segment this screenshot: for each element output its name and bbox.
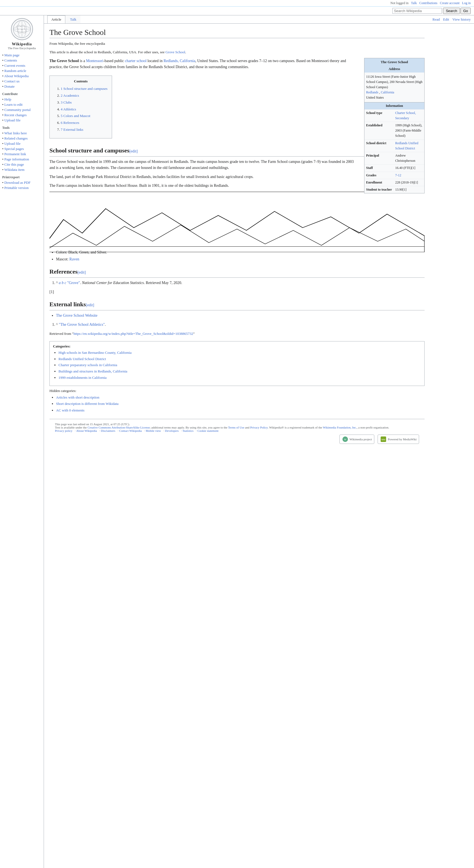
ref-b[interactable]: b — [62, 281, 64, 285]
sidebar-item: Download as PDF — [2, 181, 41, 185]
sidebar-item-link[interactable]: Contact us — [4, 79, 20, 83]
sidebar-item-link[interactable]: Related changes — [4, 136, 28, 141]
wikimedia-link[interactable]: Wikimedia Foundation, Inc. — [323, 426, 357, 429]
footer-link[interactable]: Cookie statement — [197, 429, 219, 432]
footer-link[interactable]: Developers — [165, 429, 179, 432]
ref-a[interactable]: a — [59, 281, 61, 285]
globe-icon: W — [12, 20, 32, 39]
toc-item: 2 Academics — [61, 93, 107, 99]
category-link[interactable]: 1999 establishments in California — [59, 375, 106, 380]
category-link[interactable]: Redlands Unified School District — [59, 357, 106, 361]
search-button[interactable] — [443, 8, 460, 14]
redlands-link[interactable]: Redlands, California — [163, 59, 195, 63]
view-tabs: Read Edit View history — [433, 17, 471, 23]
tab-edit[interactable]: Edit — [443, 17, 449, 22]
talk-link[interactable]: Talk — [411, 1, 417, 5]
sidebar-item-link[interactable]: About Wikipedia — [4, 74, 29, 78]
category-link[interactable]: High schools in San Bernardino County, C… — [59, 350, 131, 354]
svg-text:MW: MW — [381, 438, 386, 441]
sidebar-item-link[interactable]: Learn to edit — [4, 102, 23, 106]
infobox-state-link[interactable]: California — [381, 90, 394, 94]
tab-read[interactable]: Read — [433, 17, 440, 22]
search-input[interactable] — [392, 8, 442, 14]
retrieved-url[interactable]: https://en.wikipedia.org/w/index.php?tit… — [73, 332, 193, 336]
toc-link[interactable]: 2 Academics — [61, 93, 79, 97]
sidebar-item: What links here — [2, 131, 41, 135]
toc-link[interactable]: 5 Colors and Mascot — [61, 114, 90, 118]
ref-item-1: ^ a b c "Grove". National Center for Edu… — [56, 280, 424, 286]
ref-footnote: [1] — [50, 289, 424, 295]
sidebar-item-link[interactable]: Random article — [4, 69, 26, 73]
infobox-city-link[interactable]: Redlands — [366, 90, 378, 94]
privacy-policy-link[interactable]: Privacy Policy — [250, 426, 268, 429]
sidebar-item-link[interactable]: Printable version — [4, 186, 29, 190]
grove-school-website-link[interactable]: The Grove School Website — [56, 313, 97, 317]
sidebar-item-link[interactable]: Upload file — [4, 142, 21, 146]
footer-link[interactable]: Mobile view — [146, 429, 161, 432]
contributions-link[interactable]: Contributions — [419, 1, 438, 5]
category-item: High schools in San Bernardino County, C… — [59, 350, 421, 356]
charter-school-link[interactable]: charter school — [125, 59, 147, 63]
create-account-link[interactable]: Create account — [440, 1, 460, 5]
infobox-row: School districtRedlands Unified School D… — [365, 140, 424, 152]
sidebar-item-link[interactable]: Special pages — [4, 147, 24, 151]
hidden-categories-area: Hidden categories: Articles with short d… — [50, 388, 424, 413]
sidebar-tools-list: What links hereRelated changesUpload fil… — [2, 131, 41, 172]
sidebar-item-link[interactable]: Help — [4, 97, 11, 101]
hidden-categories-list: Articles with short descriptionShort des… — [50, 395, 424, 413]
terms-link[interactable]: Terms of Use — [228, 426, 244, 429]
toc-link[interactable]: 3 Clubs — [61, 100, 72, 104]
sidebar-item-link[interactable]: Cite this page — [4, 162, 24, 166]
tab-view-history[interactable]: View history — [452, 17, 471, 22]
toc-link[interactable]: 4 Athletics — [61, 107, 76, 111]
grove-athletics-link[interactable]: "The Grove School Athletics" — [59, 322, 105, 327]
sidebar-item-link[interactable]: Recent changes — [4, 113, 27, 117]
footer-link[interactable]: About Wikipedia — [76, 429, 97, 432]
toc-link[interactable]: 6 References — [61, 121, 80, 125]
sidebar-item: Special pages — [2, 147, 41, 151]
wikimedia-label: Wikimedia project — [350, 438, 372, 441]
sidebar-item-link[interactable]: Upload file — [4, 118, 21, 122]
school-structure-edit[interactable]: [edit] — [129, 149, 137, 153]
sidebar-item-link[interactable]: Permanent link — [4, 152, 26, 156]
sidebar-item-link[interactable]: Page information — [4, 157, 29, 161]
hidden-category-link[interactable]: AC with 0 elements — [56, 408, 85, 412]
toc-link[interactable]: 7 External links — [61, 127, 83, 131]
category-link[interactable]: Charter preparatory schools in Californi… — [59, 363, 117, 367]
infobox-cell-label: School district — [365, 140, 393, 152]
tab-talk[interactable]: Talk — [66, 16, 81, 23]
sidebar-item-link[interactable]: What links here — [4, 131, 27, 135]
footer-link[interactable]: Privacy policy — [55, 429, 72, 432]
footer-link[interactable]: Contact Wikipedia — [119, 429, 142, 432]
log-in-link[interactable]: Log in — [462, 1, 471, 5]
sidebar-navigation: Main pageContentsCurrent eventsRandom ar… — [2, 53, 41, 89]
sidebar-item-link[interactable]: Wikidata item — [4, 167, 25, 172]
footer-link[interactable]: Statistics — [183, 429, 194, 432]
footer-link[interactable]: Disclaimers — [101, 429, 115, 432]
toc-link[interactable]: 1 School structure and campuses — [61, 87, 107, 91]
cc-license-link[interactable]: Creative Commons Attribution-ShareAlike … — [88, 426, 150, 429]
mediawiki-icon: MW — [380, 436, 387, 442]
sidebar-item-link[interactable]: Main page — [4, 53, 20, 57]
not-logged-in-text: Not logged in — [390, 1, 409, 5]
infobox-cell-label: Principal — [365, 152, 393, 164]
references-edit[interactable]: [edit] — [77, 270, 86, 274]
external-links-edit[interactable]: [edit] — [86, 303, 94, 307]
sidebar-item-link[interactable]: Community portal — [4, 108, 31, 112]
raven-link[interactable]: Raven — [69, 257, 80, 261]
ref-c[interactable]: c — [65, 281, 66, 285]
category-link[interactable]: Buildings and structures in Redlands, Ca… — [59, 369, 127, 373]
sidebar-item-link[interactable]: Contents — [4, 58, 17, 62]
sidebar-item-link[interactable]: Current events — [4, 63, 25, 68]
ref-grove-link[interactable]: "Grove" — [67, 281, 80, 285]
tab-article[interactable]: Article — [47, 16, 65, 23]
go-button[interactable] — [461, 8, 471, 14]
grove-school-link[interactable]: Grove School — [165, 50, 185, 54]
hidden-category-link[interactable]: Short description is different from Wiki… — [56, 402, 119, 406]
infobox-row: School typeCharter School, Secondary — [365, 109, 424, 122]
hidden-category-item: Short description is different from Wiki… — [56, 401, 424, 407]
sidebar-item-link[interactable]: Donate — [4, 84, 15, 88]
montessori-link[interactable]: Montessori — [86, 59, 103, 63]
sidebar-item-link[interactable]: Download as PDF — [4, 181, 30, 185]
hidden-category-link[interactable]: Articles with short description — [56, 395, 99, 399]
